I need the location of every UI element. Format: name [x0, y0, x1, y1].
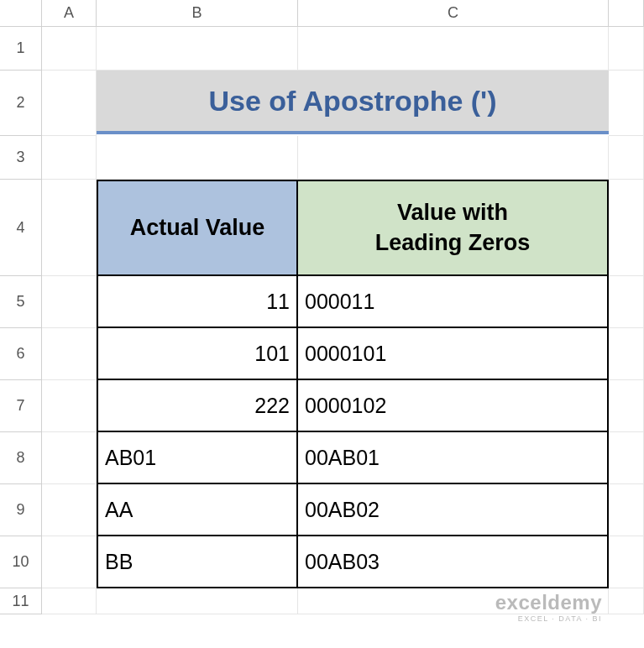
- cell-a9[interactable]: [42, 484, 97, 536]
- cell-d5[interactable]: [609, 276, 644, 328]
- row-header-9[interactable]: 9: [0, 484, 42, 536]
- cell-c5[interactable]: 000011: [298, 276, 609, 328]
- cell-b6[interactable]: 101: [97, 328, 298, 380]
- header-c-text: Value withLeading Zeros: [375, 198, 531, 257]
- cell-a4[interactable]: [42, 180, 97, 276]
- cell-d8[interactable]: [609, 432, 644, 484]
- cell-b8[interactable]: AB01: [97, 432, 298, 484]
- corner-cell: [0, 0, 42, 27]
- cell-d6[interactable]: [609, 328, 644, 380]
- cell-d9[interactable]: [609, 484, 644, 536]
- cell-b10[interactable]: BB: [97, 536, 298, 588]
- cell-d1[interactable]: [609, 27, 644, 71]
- cell-d2[interactable]: [609, 71, 644, 136]
- cell-a5[interactable]: [42, 276, 97, 328]
- cell-a11[interactable]: [42, 588, 97, 614]
- cell-c9[interactable]: 00AB02: [298, 484, 609, 536]
- cell-a6[interactable]: [42, 328, 97, 380]
- header-leading-zeros[interactable]: Value withLeading Zeros: [298, 180, 609, 276]
- cell-b7[interactable]: 222: [97, 380, 298, 432]
- cell-a2[interactable]: [42, 71, 97, 136]
- col-header-empty: [609, 0, 644, 27]
- cell-a10[interactable]: [42, 536, 97, 588]
- spreadsheet-grid: A B C 1 2 Use of Apostrophe (') 3 4 Actu…: [0, 0, 644, 614]
- cell-c8[interactable]: 00AB01: [298, 432, 609, 484]
- cell-d3[interactable]: [609, 136, 644, 180]
- watermark: exceldemy EXCEL · DATA · BI: [495, 591, 602, 623]
- row-header-5[interactable]: 5: [0, 276, 42, 328]
- row-header-1[interactable]: 1: [0, 27, 42, 71]
- header-actual-value[interactable]: Actual Value: [97, 180, 298, 276]
- row-header-4[interactable]: 4: [0, 180, 42, 276]
- cell-d10[interactable]: [609, 536, 644, 588]
- cell-a8[interactable]: [42, 432, 97, 484]
- title-merged-cell[interactable]: Use of Apostrophe ('): [97, 71, 609, 134]
- col-header-b[interactable]: B: [97, 0, 298, 27]
- row-header-7[interactable]: 7: [0, 380, 42, 432]
- cell-c6[interactable]: 0000101: [298, 328, 609, 380]
- col-header-a[interactable]: A: [42, 0, 97, 27]
- cell-a1[interactable]: [42, 27, 97, 71]
- cell-b9[interactable]: AA: [97, 484, 298, 536]
- cell-d11[interactable]: [609, 588, 644, 614]
- row-header-10[interactable]: 10: [0, 536, 42, 588]
- cell-b1[interactable]: [97, 27, 298, 71]
- row-header-11[interactable]: 11: [0, 588, 42, 614]
- watermark-sub: EXCEL · DATA · BI: [495, 614, 602, 623]
- cell-b11[interactable]: [97, 588, 298, 614]
- row-header-3[interactable]: 3: [0, 136, 42, 180]
- row-header-2[interactable]: 2: [0, 71, 42, 136]
- cell-d4[interactable]: [609, 180, 644, 276]
- cell-c7[interactable]: 0000102: [298, 380, 609, 432]
- watermark-title: exceldemy: [495, 591, 602, 614]
- cell-c1[interactable]: [298, 27, 609, 71]
- cell-b3[interactable]: [97, 136, 298, 180]
- cell-d7[interactable]: [609, 380, 644, 432]
- row-header-8[interactable]: 8: [0, 432, 42, 484]
- cell-c10[interactable]: 00AB03: [298, 536, 609, 588]
- cell-b5[interactable]: 11: [97, 276, 298, 328]
- cell-c3[interactable]: [298, 136, 609, 180]
- cell-a7[interactable]: [42, 380, 97, 432]
- col-header-c[interactable]: C: [298, 0, 609, 27]
- cell-a3[interactable]: [42, 136, 97, 180]
- row-header-6[interactable]: 6: [0, 328, 42, 380]
